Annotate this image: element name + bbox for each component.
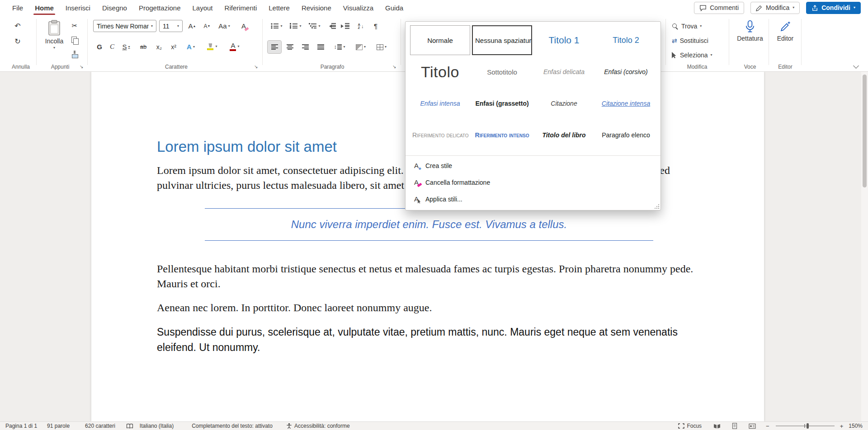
editor-button[interactable]: Editor	[771, 18, 799, 42]
increase-indent-button[interactable]	[339, 20, 351, 32]
document-paragraph[interactable]: Pellentesque habitant morbi tristique se…	[157, 262, 698, 291]
replace-button[interactable]: ⇄ Sostituisci	[672, 35, 708, 46]
cut-button[interactable]: ✂	[69, 20, 80, 32]
style-item-normale[interactable]: Normale	[410, 25, 470, 55]
underline-button[interactable]: S ▾	[118, 41, 134, 53]
zoom-in-button[interactable]: +	[838, 423, 845, 430]
align-center-button[interactable]	[283, 41, 297, 53]
font-name-combo[interactable]: Times New Roman ▾	[93, 20, 156, 32]
style-item-riferimento-delicato[interactable]: Riferimento delicato	[410, 120, 470, 150]
borders-button[interactable]: ▾	[373, 41, 391, 53]
collapse-ribbon-button[interactable]	[853, 63, 859, 69]
clipboard-dialog-launcher[interactable]: ↘	[80, 65, 83, 69]
shrink-font-button[interactable]: A▼	[201, 20, 213, 32]
zoom-slider[interactable]	[776, 423, 835, 429]
style-item-nessuna-spaziatura[interactable]: Nessuna spaziatura	[472, 25, 532, 55]
align-right-button[interactable]	[298, 41, 312, 53]
find-button[interactable]: Trova ▾	[672, 21, 702, 32]
superscript-button[interactable]: x²	[167, 41, 180, 53]
style-item-titolo[interactable]: Titolo	[410, 57, 470, 87]
read-mode-button[interactable]	[713, 423, 721, 429]
tab-file[interactable]: File	[6, 0, 29, 15]
style-item-riferimento-intenso[interactable]: Riferimento intenso	[472, 120, 532, 150]
shading-button[interactable]: ▾	[352, 41, 370, 53]
style-item-enfasi-intensa[interactable]: Enfasi intensa	[410, 89, 470, 118]
subscript-button[interactable]: x₂	[153, 41, 165, 53]
style-item-citazione[interactable]: Citazione	[534, 89, 594, 118]
document-paragraph[interactable]: Suspendisse dui purus, scelerisque at, v…	[157, 324, 690, 355]
italic-button[interactable]: C	[107, 41, 118, 53]
language-indicator[interactable]: Italiano (Italia)	[140, 423, 174, 429]
tab-revisione[interactable]: Revisione	[296, 0, 337, 15]
focus-icon	[678, 423, 684, 429]
bullets-button[interactable]: ▾	[269, 20, 285, 32]
style-item-titolo-1[interactable]: Titolo 1	[534, 25, 594, 55]
tab-layout[interactable]: Layout	[187, 0, 219, 15]
web-layout-button[interactable]	[749, 423, 756, 429]
proofing-status[interactable]	[126, 423, 133, 429]
style-item-enfasi-delicata[interactable]: Enfasi delicata	[534, 57, 594, 87]
editing-mode-button[interactable]: Modifica ▾	[750, 2, 800, 14]
decrease-indent-button[interactable]	[326, 20, 337, 32]
redo-button[interactable]: ↻	[11, 35, 24, 47]
undo-button[interactable]: ↶	[11, 20, 24, 32]
clear-formatting-item[interactable]: A Cancella formattazione	[406, 174, 660, 191]
multilevel-list-button[interactable]: ▾	[307, 20, 323, 32]
style-item-citazione-intensa[interactable]: Citazione intensa	[596, 89, 656, 118]
style-item-sottotitolo[interactable]: Sottotitolo	[472, 57, 532, 87]
show-formatting-button[interactable]: ¶	[370, 20, 382, 32]
create-style-item[interactable]: A+ Crea stile	[406, 157, 660, 174]
align-left-button[interactable]	[268, 41, 281, 53]
text-effects-button[interactable]: A ▾	[183, 41, 199, 53]
tab-riferimenti[interactable]: Riferimenti	[219, 0, 263, 15]
focus-mode-button[interactable]: Focus	[678, 423, 702, 429]
grow-font-button[interactable]: A▲	[185, 20, 199, 32]
vertical-scrollbar[interactable]	[861, 72, 868, 421]
style-item-paragrafo-elenco[interactable]: Paragrafo elenco	[596, 120, 656, 150]
line-spacing-button[interactable]: ↕ ▾	[330, 41, 349, 53]
tab-home[interactable]: Home	[29, 0, 60, 15]
justify-button[interactable]	[314, 41, 327, 53]
paste-button[interactable]: Incolla ▾	[42, 18, 67, 50]
select-button[interactable]: Seleziona ▾	[672, 50, 712, 61]
zoom-slider-thumb[interactable]	[807, 423, 809, 429]
tab-visualizza[interactable]: Visualizza	[337, 0, 379, 15]
document-intense-quote[interactable]: Nunc viverra imperdiet enim. Fusce est. …	[205, 208, 653, 241]
highlight-button[interactable]: ▾	[203, 40, 222, 53]
paragraph-dialog-launcher[interactable]: ↘	[392, 65, 396, 69]
clear-formatting-button[interactable]: A	[237, 20, 250, 32]
text-completion-indicator[interactable]: Completamento del testo: attivato	[192, 423, 273, 429]
style-item-enfasi-corsivo[interactable]: Enfasi (corsivo)	[596, 57, 656, 87]
page-indicator[interactable]: Pagina 1 di 1	[5, 423, 37, 429]
style-item-enfasi-grassetto[interactable]: Enfasi (grassetto)	[472, 89, 532, 118]
style-item-titolo-2[interactable]: Titolo 2	[596, 25, 656, 55]
print-layout-button[interactable]	[731, 423, 738, 429]
scrollbar-thumb[interactable]	[863, 75, 867, 187]
tab-disegno[interactable]: Disegno	[96, 0, 133, 15]
document-paragraph[interactable]: Aenean nec lorem. In porttitor. Donec la…	[157, 300, 698, 315]
tab-lettere[interactable]: Lettere	[263, 0, 296, 15]
format-painter-button[interactable]	[69, 49, 80, 61]
zoom-out-button[interactable]: −	[764, 423, 771, 430]
tab-guida[interactable]: Guida	[379, 0, 409, 15]
sort-button[interactable]: AZ↓	[354, 20, 368, 32]
copy-button[interactable]	[69, 34, 80, 46]
font-size-combo[interactable]: 11 ▾	[159, 20, 183, 32]
word-count[interactable]: 91 parole	[47, 423, 70, 429]
zoom-level[interactable]: 150%	[849, 423, 863, 429]
numbering-button[interactable]: ▾	[288, 20, 304, 32]
dictate-button[interactable]: Dettatura	[733, 18, 767, 42]
style-item-titolo-del-libro[interactable]: Titolo del libro	[534, 120, 594, 150]
font-dialog-launcher[interactable]: ↘	[254, 65, 258, 69]
comments-button[interactable]: Commenti	[694, 2, 744, 14]
font-color-button[interactable]: A ▾	[225, 40, 244, 53]
share-button[interactable]: Condividi ▾	[806, 2, 861, 14]
accessibility-status[interactable]: Accessibilità: conforme	[286, 423, 350, 429]
character-count[interactable]: 620 caratteri	[85, 423, 115, 429]
apply-styles-item[interactable]: A Applica stili...	[406, 191, 660, 207]
tab-progettazione[interactable]: Progettazione	[133, 0, 187, 15]
tab-inserisci[interactable]: Inserisci	[60, 0, 96, 15]
bold-button[interactable]: G	[94, 41, 105, 53]
strikethrough-button[interactable]: ab	[137, 41, 150, 53]
change-case-button[interactable]: Aa ▾	[215, 20, 233, 32]
